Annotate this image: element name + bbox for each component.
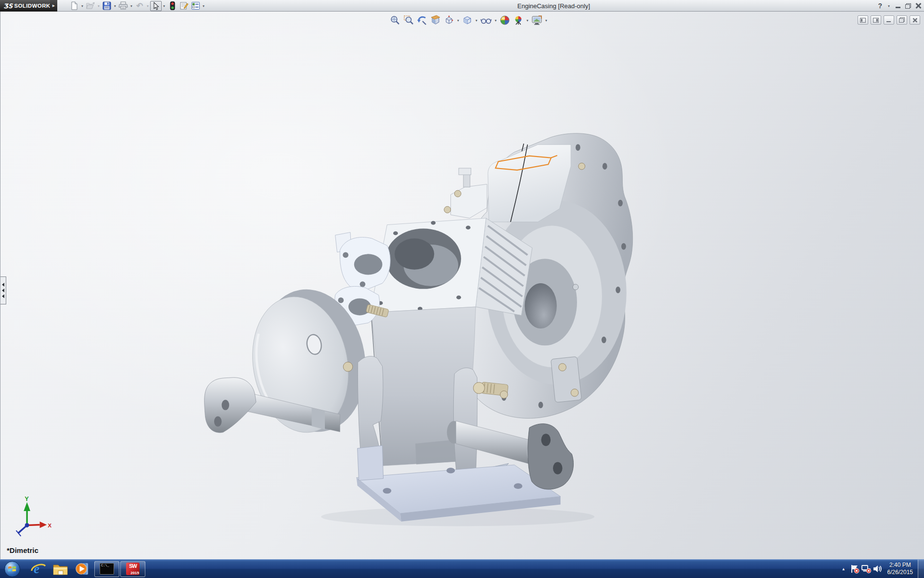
undo-button[interactable]: ↶ bbox=[134, 1, 145, 11]
dropdown-arrow-icon[interactable]: ▼ bbox=[80, 4, 85, 8]
left-axle-flange bbox=[205, 378, 256, 433]
clock-time: 2:40 PM bbox=[887, 562, 913, 569]
select-cursor-icon bbox=[153, 2, 159, 10]
show-hidden-icons-button[interactable]: ▲ bbox=[838, 567, 849, 571]
svg-text:e: e bbox=[34, 562, 39, 576]
new-document-button[interactable] bbox=[68, 1, 80, 11]
dropdown-arrow-icon[interactable]: ▼ bbox=[162, 4, 167, 8]
close-button[interactable] bbox=[915, 3, 921, 9]
options-list-icon bbox=[191, 1, 200, 10]
dropdown-arrow-icon[interactable]: ▼ bbox=[96, 4, 101, 8]
open-document-button[interactable] bbox=[85, 1, 96, 11]
command-prompt-icon: C:\_ bbox=[100, 563, 114, 575]
new-document-icon bbox=[70, 1, 78, 10]
solidworks-logo: ƷS SOLIDWORKS bbox=[0, 0, 50, 12]
hex-bolt bbox=[444, 206, 451, 213]
main-toolbar: ▼ ▼ ▼ bbox=[68, 0, 206, 11]
pivot-bolt bbox=[343, 362, 353, 372]
graphics-viewport[interactable]: ▼ ▼ ▼ bbox=[0, 12, 924, 559]
dropdown-arrow-icon[interactable]: ▼ bbox=[129, 4, 134, 8]
base-hole bbox=[514, 483, 523, 489]
menu-expand-chevron-icon[interactable]: ▶ bbox=[50, 0, 57, 12]
title-bar: ƷS SOLIDWORKS ▶ ▼ ▼ bbox=[0, 0, 924, 12]
taskbar-item-command-prompt[interactable]: C:\_ bbox=[94, 561, 119, 577]
dropdown-arrow-icon[interactable]: ▼ bbox=[201, 4, 206, 8]
action-center-button[interactable] bbox=[849, 560, 860, 578]
clock-date: 6/26/2015 bbox=[887, 569, 913, 576]
brand-name: SOLIDWORKS bbox=[14, 3, 54, 9]
save-button[interactable] bbox=[101, 1, 113, 11]
volume-button[interactable] bbox=[872, 560, 884, 578]
start-button[interactable] bbox=[2, 561, 22, 577]
taskbar-item-internet-explorer[interactable]: e bbox=[27, 560, 50, 578]
sw-letters: SW bbox=[129, 563, 137, 569]
triad-y-label: Y bbox=[25, 495, 29, 502]
file-properties-icon bbox=[180, 1, 189, 10]
windows-logo-icon bbox=[4, 561, 20, 577]
solidworks-2015-icon: SW 2015 bbox=[126, 563, 140, 575]
dropdown-arrow-icon[interactable]: ▼ bbox=[113, 4, 117, 8]
save-icon bbox=[103, 1, 111, 10]
open-document-icon bbox=[86, 1, 95, 10]
network-status-button[interactable] bbox=[860, 560, 872, 578]
undo-icon: ↶ bbox=[136, 2, 143, 10]
help-dropdown-arrow-icon[interactable]: ▼ bbox=[886, 4, 891, 8]
orientation-triad: Y X bbox=[16, 495, 52, 536]
base-hole bbox=[383, 488, 391, 494]
document-title: EngineCasing [Read-only] bbox=[517, 2, 590, 10]
engine-casing-model[interactable]: Y X bbox=[0, 12, 924, 559]
print-button[interactable] bbox=[117, 1, 129, 11]
window-controls: ? ▼ bbox=[878, 0, 921, 12]
system-tray: ▲ 2:40 PM bbox=[838, 560, 924, 578]
media-player-icon bbox=[75, 561, 90, 577]
taskbar-item-media-player[interactable] bbox=[72, 560, 94, 578]
dropdown-arrow-icon[interactable]: ▼ bbox=[145, 4, 150, 8]
view-orientation-label: *Dimetric bbox=[7, 546, 38, 554]
sw-year: 2015 bbox=[130, 571, 139, 575]
right-axle-flange bbox=[528, 424, 574, 489]
folder-icon bbox=[52, 562, 69, 576]
windows-taskbar: e C:\_ SW bbox=[0, 559, 924, 578]
restore-button[interactable] bbox=[905, 3, 911, 9]
rebuild-traffic-light-icon bbox=[170, 1, 175, 10]
print-icon bbox=[118, 1, 128, 10]
carburetor-mount[interactable] bbox=[444, 168, 487, 218]
action-center-flag-icon bbox=[850, 564, 860, 574]
taskbar-left: e C:\_ SW bbox=[0, 560, 146, 578]
rebuild-button[interactable] bbox=[167, 1, 178, 11]
tray-clock[interactable]: 2:40 PM 6/26/2015 bbox=[884, 562, 918, 576]
internet-explorer-icon: e bbox=[31, 561, 46, 577]
minimize-button[interactable] bbox=[896, 3, 901, 9]
volume-icon bbox=[873, 564, 883, 574]
show-desktop-button[interactable] bbox=[918, 560, 924, 578]
options-button[interactable] bbox=[190, 1, 201, 11]
network-disconnected-icon bbox=[861, 564, 872, 574]
help-button[interactable]: ? bbox=[878, 2, 882, 10]
select-tool-button[interactable] bbox=[150, 1, 162, 11]
taskbar-item-solidworks-2015[interactable]: SW 2015 bbox=[120, 561, 145, 577]
file-properties-button[interactable] bbox=[178, 1, 190, 11]
hex-bolt bbox=[454, 190, 461, 197]
triad-x-label: X bbox=[48, 522, 51, 528]
taskbar-item-windows-explorer[interactable] bbox=[50, 560, 72, 578]
ds-logo-mark: ƷS bbox=[3, 2, 13, 10]
base-hole bbox=[447, 468, 455, 473]
